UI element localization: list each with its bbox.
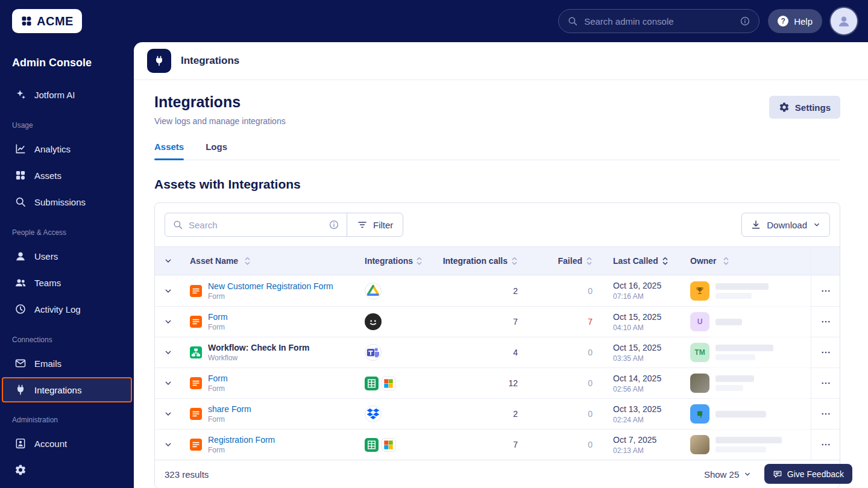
sidebar-item-emails[interactable]: Emails	[0, 350, 134, 377]
row-expand-button[interactable]	[162, 316, 174, 328]
asset-name-link[interactable]: Form	[208, 312, 228, 322]
tab-logs[interactable]: Logs	[206, 142, 227, 160]
dropbox-icon	[365, 405, 382, 422]
row-expand-button[interactable]	[162, 408, 174, 420]
page-size-select[interactable]: Show 25	[704, 469, 752, 480]
sidebar-item-account[interactable]: Account	[0, 430, 134, 457]
sidebar-item-activity-log[interactable]: Activity Log	[0, 296, 134, 322]
row-expand-button[interactable]	[162, 285, 174, 297]
grid-icon	[14, 169, 27, 181]
last-called-time: 02:24 AM	[613, 416, 685, 424]
settings-button[interactable]: Settings	[769, 96, 840, 119]
owner-avatar: TM	[690, 343, 709, 362]
last-called-date: Oct 13, 2025	[613, 404, 685, 414]
chart-icon	[14, 143, 27, 155]
sidebar-item-cutoff[interactable]	[0, 457, 134, 483]
row-actions-button[interactable]	[820, 347, 831, 358]
row-actions-button[interactable]	[820, 316, 831, 327]
sort-icon[interactable]	[244, 256, 251, 266]
sidebar-item-integrations[interactable]: Integrations	[2, 377, 132, 402]
filter-button[interactable]: Filter	[347, 213, 403, 237]
integration-calls-value: 4	[513, 348, 518, 357]
sidebar-item-label: Users	[34, 251, 58, 261]
mailchimp-icon	[365, 313, 382, 330]
asset-name-link[interactable]: New Customer Registration Form	[208, 281, 333, 291]
admin-search-input[interactable]	[584, 16, 734, 27]
asset-type: Form	[208, 446, 275, 454]
asset-name-link[interactable]: share Form	[208, 404, 251, 414]
sidebar-section-label: Usage	[12, 121, 122, 130]
acme-logo[interactable]: ACME	[12, 9, 82, 33]
row-expand-button[interactable]	[162, 346, 174, 358]
col-actions	[811, 247, 840, 275]
integration-icons	[361, 313, 438, 330]
sidebar-item-jotform-ai[interactable]: Jotform AI	[0, 81, 134, 108]
asset-name-link[interactable]: Registration Form	[208, 435, 275, 445]
sidebar-item-label: Integrations	[34, 385, 81, 395]
table-search[interactable]	[165, 213, 347, 237]
row-actions-button[interactable]	[820, 439, 831, 450]
sidebar-item-users[interactable]: Users	[0, 243, 134, 269]
integration-icons	[361, 377, 438, 390]
page-head: Integrations View logs and manage integr…	[154, 93, 840, 126]
sidebar-item-analytics[interactable]: Analytics	[0, 136, 134, 162]
sort-icon[interactable]	[511, 256, 518, 266]
col-integrations[interactable]: Integrations	[361, 256, 438, 266]
results-count: 323 results	[165, 469, 209, 480]
settings-label: Settings	[795, 102, 831, 113]
row-expand-button[interactable]	[162, 439, 174, 451]
sidebar-section-cutoff: Jotform AI	[0, 81, 134, 108]
give-feedback-button[interactable]: Give Feedback	[764, 464, 852, 484]
sidebar-section-usage: UsageAnalyticsAssetsSubmissions	[0, 121, 134, 215]
col-last-called[interactable]: Last Called	[603, 256, 685, 266]
sidebar-item-assets[interactable]: Assets	[0, 162, 134, 189]
last-called-time: 02:56 AM	[613, 385, 685, 393]
app: ACME Help Admin Console Jotform AIUsageA…	[0, 0, 868, 488]
chevron-down-icon	[163, 409, 173, 419]
download-button[interactable]: Download	[741, 213, 830, 237]
clover-icon	[694, 408, 705, 419]
search-icon	[14, 196, 27, 208]
integration-calls-value: 7	[513, 440, 518, 449]
sort-icon-active[interactable]	[662, 256, 668, 266]
asset-name-link[interactable]: Workflow: Check In Form	[208, 343, 310, 352]
sort-icon[interactable]	[586, 256, 593, 266]
sidebar-item-label: Activity Log	[34, 304, 81, 314]
expand-all-button[interactable]	[155, 256, 181, 266]
table-row: Workflow: Check In FormWorkflow40Oct 15,…	[155, 337, 840, 368]
col-owner[interactable]: Owner	[685, 256, 811, 266]
form-asset-icon	[190, 377, 202, 389]
row-actions-button[interactable]	[820, 378, 831, 389]
asset-name-link[interactable]: Form	[208, 374, 228, 383]
row-actions-button[interactable]	[820, 408, 831, 419]
sidebar-section-label: People & Access	[12, 228, 122, 237]
col-asset-name[interactable]: Asset Name	[181, 256, 361, 266]
user-avatar[interactable]	[831, 8, 857, 34]
last-called-date: Oct 15, 2025	[613, 312, 685, 322]
sidebar-item-submissions[interactable]: Submissions	[0, 189, 134, 215]
table-row: FormForm77Oct 15, 202504:10 AMU	[155, 306, 840, 337]
integration-calls-value: 2	[513, 409, 518, 419]
integration-calls-value: 12	[508, 378, 518, 388]
last-called-date: Oct 15, 2025	[613, 343, 685, 352]
col-integration-calls[interactable]: Integration calls	[438, 256, 523, 266]
failed-value: 0	[588, 440, 593, 449]
integration-icons	[361, 344, 438, 361]
sidebar-item-teams[interactable]: Teams	[0, 269, 134, 296]
col-failed[interactable]: Failed	[523, 256, 603, 266]
row-actions-button[interactable]	[820, 286, 831, 296]
table-footer: 323 results Show 25 Page: of	[155, 460, 840, 488]
row-expand-button[interactable]	[162, 377, 174, 389]
gear-icon	[14, 464, 27, 476]
table-search-input[interactable]	[189, 220, 323, 230]
page-subtitle: View logs and manage integrations	[154, 116, 286, 126]
sort-icon[interactable]	[416, 256, 423, 266]
more-dots-icon	[820, 439, 831, 450]
sort-icon[interactable]	[723, 256, 729, 266]
plug-icon	[14, 384, 27, 396]
feedback-label: Give Feedback	[787, 469, 844, 479]
sidebar-item-label: Assets	[34, 170, 61, 181]
admin-search[interactable]	[558, 9, 760, 33]
help-button[interactable]: Help	[768, 9, 822, 33]
tab-assets[interactable]: Assets	[154, 142, 184, 160]
